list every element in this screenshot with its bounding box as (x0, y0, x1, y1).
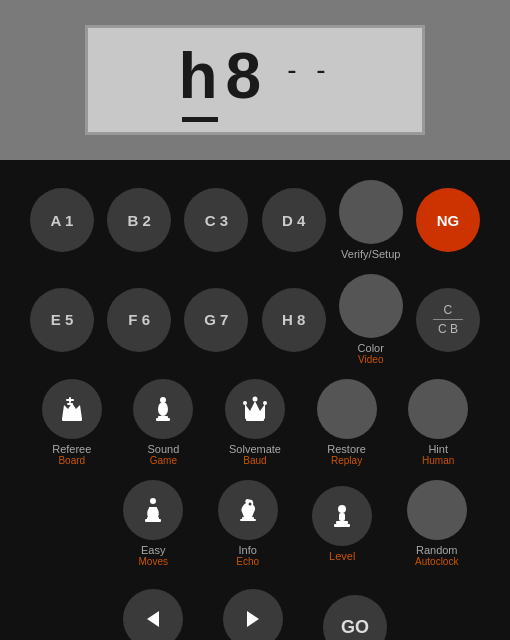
restore-label: Restore Replay (327, 443, 366, 466)
solvemate-line1: Solvemate (229, 443, 281, 455)
verify-setup-button[interactable] (339, 180, 403, 244)
verify-setup-wrap: Verify/Setup (339, 180, 403, 260)
lcd-char1: h (178, 39, 217, 113)
knight-icon (234, 496, 262, 524)
autoplay-container: Autoplay (223, 589, 283, 640)
sound-line1: Sound (147, 443, 179, 455)
verify-setup-label: Verify/Setup (341, 248, 400, 260)
svg-rect-16 (145, 519, 161, 522)
referee-label: Referee Board (52, 443, 91, 466)
svg-rect-23 (334, 524, 350, 527)
cb-divider (433, 319, 463, 320)
svg-rect-3 (62, 418, 82, 421)
color-video-wrap: Color Video (339, 274, 403, 365)
hint-line2: Human (422, 455, 454, 466)
cb-wrap: C C B (416, 288, 480, 352)
button-g7[interactable]: G 7 (184, 288, 248, 352)
restore-container: Restore Replay (307, 379, 387, 466)
svg-point-13 (150, 498, 156, 504)
svg-rect-12 (246, 418, 264, 421)
svg-marker-24 (147, 611, 159, 627)
info-line1: Info (236, 544, 259, 556)
easy-line2: Moves (139, 556, 168, 567)
button-row-5: Next Best Autoplay GO (30, 589, 480, 640)
lcd-screen: h 8 - - (85, 25, 425, 135)
referee-container: Referee Board (32, 379, 112, 466)
button-row-1: A 1 B 2 C 3 D 4 Verify/Setup NG (30, 180, 480, 260)
svg-point-17 (248, 503, 251, 506)
sound-button[interactable] (133, 379, 193, 439)
cb-top: C (444, 303, 453, 317)
control-panel: A 1 B 2 C 3 D 4 Verify/Setup NG E 5 F 6 … (0, 160, 510, 640)
svg-rect-1 (66, 399, 74, 401)
info-button[interactable] (218, 480, 278, 540)
cb-bottom: C B (438, 322, 458, 336)
button-row-3: Referee Board Sound Game (30, 379, 480, 466)
hint-line1: Hint (422, 443, 454, 455)
hint-button[interactable] (408, 379, 468, 439)
next-best-button[interactable] (123, 589, 183, 640)
referee-line2: Board (52, 455, 91, 466)
button-b2[interactable]: B 2 (107, 188, 171, 252)
sound-line2: Game (147, 455, 179, 466)
sound-label: Sound Game (147, 443, 179, 466)
referee-button[interactable] (42, 379, 102, 439)
go-container: GO (323, 595, 387, 640)
random-line2: Autoclock (415, 556, 458, 567)
button-a1[interactable]: A 1 (30, 188, 94, 252)
button-row-4: Easy Moves Info Echo (30, 480, 480, 567)
autoplay-button[interactable] (223, 589, 283, 640)
hint-container: Hint Human (398, 379, 478, 466)
bishop-icon (149, 395, 177, 423)
lcd-underline (182, 117, 218, 122)
solvemate-label: Solvemate Baud (229, 443, 281, 466)
svg-point-20 (338, 505, 346, 513)
svg-rect-7 (156, 418, 170, 421)
button-c3[interactable]: C 3 (184, 188, 248, 252)
info-label: Info Echo (236, 544, 259, 567)
restore-line1: Restore (327, 443, 366, 455)
button-f6[interactable]: F 6 (107, 288, 171, 352)
button-d4[interactable]: D 4 (262, 188, 326, 252)
queen-icon (241, 395, 269, 423)
random-button[interactable] (407, 480, 467, 540)
prev-arrow-icon (141, 607, 165, 631)
hint-label: Hint Human (422, 443, 454, 466)
lcd-main-display: h 8 - - (178, 39, 331, 113)
pawn-icon (328, 502, 356, 530)
sound-container: Sound Game (123, 379, 203, 466)
restore-button[interactable] (317, 379, 377, 439)
easy-button[interactable] (123, 480, 183, 540)
svg-point-5 (158, 402, 168, 416)
info-line2: Echo (236, 556, 259, 567)
color-video-button[interactable] (339, 274, 403, 338)
solvemate-line2: Baud (229, 455, 281, 466)
svg-point-8 (252, 397, 257, 402)
lcd-char2: 8 (226, 39, 262, 113)
solvemate-container: Solvemate Baud (215, 379, 295, 466)
lcd-content: h 8 - - (178, 39, 331, 122)
button-row-2: E 5 F 6 G 7 H 8 Color Video C C B (30, 274, 480, 365)
easy-label: Easy Moves (139, 544, 168, 567)
cb-button[interactable]: C C B (416, 288, 480, 352)
level-button[interactable] (312, 486, 372, 546)
svg-marker-25 (247, 611, 259, 627)
solvemate-button[interactable] (225, 379, 285, 439)
referee-line1: Referee (52, 443, 91, 455)
button-h8[interactable]: H 8 (262, 288, 326, 352)
random-label: Random Autoclock (415, 544, 458, 567)
button-e5[interactable]: E 5 (30, 288, 94, 352)
level-container: Level (302, 486, 382, 562)
info-container: Info Echo (208, 480, 288, 567)
restore-line2: Replay (327, 455, 366, 466)
easy-container: Easy Moves (113, 480, 193, 567)
go-button[interactable]: GO (323, 595, 387, 640)
level-label: Level (329, 550, 355, 562)
svg-rect-21 (339, 513, 345, 521)
next-best-container: Next Best (123, 589, 183, 640)
video-label: Video (358, 354, 383, 365)
lcd-dashes: - - (287, 54, 331, 86)
ng-button[interactable]: NG (416, 188, 480, 252)
play-arrow-icon (241, 607, 265, 631)
easy-line1: Easy (139, 544, 168, 556)
